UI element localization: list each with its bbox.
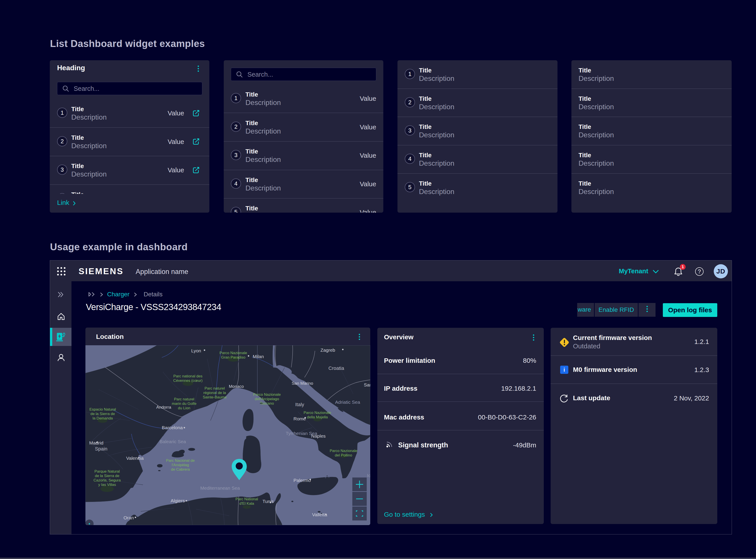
svg-text:Italy: Italy bbox=[295, 402, 304, 407]
svg-text:Andorra: Andorra bbox=[156, 405, 171, 409]
svg-text:Parc naturel: Parc naturel bbox=[174, 397, 194, 401]
svg-text:marin du Golfe: marin du Golfe bbox=[172, 402, 196, 406]
svg-text:de Cabrera: de Cabrera bbox=[171, 467, 190, 471]
svg-text:Espacio Natural: Espacio Natural bbox=[89, 407, 116, 411]
svg-text:Parco Nazionale: Parco Nazionale bbox=[304, 410, 331, 415]
svg-text:régional de la: régional de la bbox=[204, 391, 226, 395]
svg-text:l'Arxipèlag: l'Arxipèlag bbox=[172, 463, 189, 467]
svg-text:Zagreb: Zagreb bbox=[321, 348, 335, 353]
svg-text:Parc naturel: Parc naturel bbox=[205, 386, 225, 390]
svg-text:Tunis: Tunis bbox=[262, 499, 274, 504]
svg-text:San Marino: San Marino bbox=[292, 381, 313, 386]
svg-text:Sainte-Baume: Sainte-Baume bbox=[203, 395, 227, 399]
svg-text:Rome: Rome bbox=[293, 416, 306, 421]
svg-text:Cévennes (cœur): Cévennes (cœur) bbox=[173, 379, 203, 383]
svg-text:Parco Nazionale: Parco Nazionale bbox=[219, 351, 247, 355]
svg-text:Barcelona: Barcelona bbox=[162, 425, 183, 430]
svg-text:Parque Natural: Parque Natural bbox=[95, 469, 120, 473]
svg-text:Io: Io bbox=[367, 473, 370, 478]
svg-text:dell'Arcipelago: dell'Arcipelago bbox=[255, 397, 279, 401]
svg-text:la Demanda: la Demanda bbox=[93, 416, 113, 420]
svg-text:d'El Kala: d'El Kala bbox=[239, 501, 254, 506]
svg-text:Parc National: Parc National bbox=[235, 497, 258, 501]
svg-text:de la Sierra de: de la Sierra de bbox=[91, 412, 115, 416]
svg-text:Parc Nacional de: Parc Nacional de bbox=[166, 459, 194, 463]
svg-text:Cazorla, Segura: Cazorla, Segura bbox=[94, 478, 121, 483]
svg-text:della Majella: della Majella bbox=[307, 415, 328, 419]
svg-text:du Lion: du Lion bbox=[178, 406, 190, 410]
svg-text:Monaco: Monaco bbox=[229, 384, 244, 389]
svg-text:Valletta: Valletta bbox=[312, 512, 327, 517]
svg-text:del Pollino: del Pollino bbox=[335, 453, 352, 457]
svg-text:Lyon: Lyon bbox=[191, 348, 201, 353]
svg-text:Croatia: Croatia bbox=[328, 365, 345, 371]
svg-text:Tyrrhenian Sea: Tyrrhenian Sea bbox=[286, 431, 317, 436]
svg-text:Madrid: Madrid bbox=[89, 440, 103, 445]
svg-text:Algiers: Algiers bbox=[171, 498, 185, 503]
svg-text:Balearic Sea: Balearic Sea bbox=[160, 439, 186, 444]
svg-text:y las Villas: y las Villas bbox=[98, 483, 116, 487]
svg-text:Palermo: Palermo bbox=[293, 478, 311, 483]
svg-text:Parc national des: Parc national des bbox=[173, 374, 202, 378]
svg-text:Valencia: Valencia bbox=[126, 455, 144, 461]
svg-text:Adriatic Sea: Adriatic Sea bbox=[335, 400, 360, 405]
svg-text:Spain: Spain bbox=[95, 446, 107, 452]
svg-text:Toscano: Toscano bbox=[260, 401, 274, 405]
svg-text:Gran Paradiso: Gran Paradiso bbox=[221, 355, 245, 359]
svg-text:de la Sierra de: de la Sierra de bbox=[95, 474, 119, 478]
svg-text:Oran: Oran bbox=[123, 515, 134, 520]
svg-text:Mediterranean Sea: Mediterranean Sea bbox=[200, 486, 240, 491]
svg-text:Parco Nazionale: Parco Nazionale bbox=[330, 449, 357, 453]
svg-text:Milan: Milan bbox=[253, 354, 264, 359]
svg-text:Parco Nazionale: Parco Nazionale bbox=[253, 393, 281, 397]
svg-text:Sarajev: Sarajev bbox=[364, 382, 370, 387]
